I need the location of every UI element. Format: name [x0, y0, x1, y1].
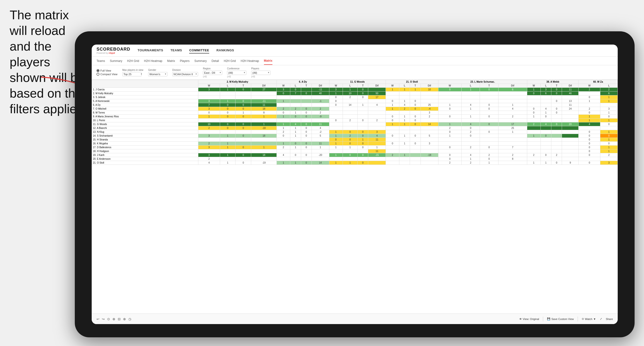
refresh-icon[interactable]: ⊙: [107, 317, 110, 321]
cell: 0: [301, 130, 312, 134]
matrix-content[interactable]: 2. M Kelly Mulcahy 6. A Dy 11. G Woods 2…: [92, 80, 618, 314]
cell: 1: [386, 107, 399, 111]
table-row: 18. H Hodgson 11 01: [92, 149, 618, 153]
cell: [420, 138, 438, 142]
cell: [562, 111, 578, 115]
conference-select[interactable]: (All): [227, 71, 246, 75]
nav-rankings[interactable]: RANKINGS: [216, 47, 234, 53]
subnav-h2h-heatmap2[interactable]: H2H Heatmap: [240, 57, 259, 65]
division-filter: Division NCAA Division II NCAA Division …: [172, 69, 198, 76]
cell: [220, 138, 236, 142]
cell: 1: [220, 153, 236, 157]
cell: [357, 149, 368, 153]
cell: [562, 142, 578, 146]
cell: [578, 103, 600, 107]
cell: [480, 111, 498, 115]
region-select[interactable]: East - DII West - DII (All): [203, 71, 222, 75]
cell: 0: [438, 88, 461, 92]
cell: [551, 142, 562, 146]
nav-committee[interactable]: COMMITTEE: [189, 47, 209, 53]
share-icon-btn[interactable]: ⤤: [600, 317, 602, 321]
cell: [562, 130, 578, 134]
col-w-dy: W: [277, 84, 290, 88]
subnav-h2h-grid2[interactable]: H2H Grid: [224, 57, 236, 65]
cell: [368, 111, 386, 115]
subnav-players[interactable]: Players: [180, 57, 190, 65]
cell: 0: [527, 107, 540, 111]
players-label: Players: [251, 67, 270, 70]
division-select-wrapper: NCAA Division II NCAA Division I NCAA Di…: [172, 72, 198, 76]
subnav-matrix2[interactable]: Matrix: [264, 57, 272, 65]
cell: [399, 138, 410, 142]
compact-view-radio[interactable]: Compact View: [96, 73, 118, 76]
players-select[interactable]: (All): [251, 71, 270, 75]
table-row: 14. S Srichantamit 31018 0105 1204 0105 …: [92, 134, 618, 138]
cell: 0: [357, 146, 368, 149]
col-w-za: W: [578, 84, 600, 88]
share-btn[interactable]: Share: [606, 318, 613, 321]
cell: 0: [290, 153, 301, 157]
cell: [498, 142, 527, 146]
table-row: 12. A Bianchi 200-18 1104 20 25: [92, 126, 618, 130]
view-original-btn[interactable]: 👁 View: Original: [519, 318, 539, 321]
cell: [290, 99, 301, 103]
cell: [551, 95, 562, 99]
division-label: Division: [172, 69, 198, 71]
cell: 2: [198, 142, 220, 146]
cell: 1: [527, 115, 540, 119]
max-players-select[interactable]: Top 25 Top 50 All: [122, 72, 142, 76]
cell: [357, 157, 368, 161]
cell: 3: [420, 111, 438, 115]
cell: [498, 111, 527, 115]
undo-icon[interactable]: ↩: [96, 317, 100, 321]
cell: [236, 130, 251, 134]
cell: [461, 138, 480, 142]
save-custom-view-btn[interactable]: 💾 Save Custom View: [547, 317, 574, 321]
division-select[interactable]: NCAA Division II NCAA Division I NCAA Di…: [172, 72, 198, 76]
subnav-h2h-heatmap1[interactable]: H2H Heatmap: [144, 57, 162, 65]
cell: 11: [251, 103, 277, 107]
gender-select[interactable]: Women's Men's: [148, 72, 168, 76]
subnav-summary1[interactable]: Summary: [110, 57, 122, 65]
cell: 0: [578, 134, 600, 138]
subnav-detail[interactable]: Detail: [212, 57, 219, 65]
cell: 1: [399, 134, 410, 138]
cell: 0: [277, 92, 290, 95]
col-header-webb: 38. A Webb: [527, 80, 578, 84]
matrix-table: 2. M Kelly Mulcahy 6. A Dy 11. G Woods 2…: [92, 80, 618, 165]
cell: [399, 92, 410, 95]
cell: 2: [277, 130, 290, 134]
zoom-out-icon[interactable]: ⊟: [118, 317, 121, 321]
cell: [277, 149, 290, 153]
cell: 17: [498, 122, 527, 126]
cell: 1: [220, 161, 236, 165]
cell: 10: [420, 88, 438, 92]
nav-tournaments[interactable]: TOURNAMENTS: [138, 47, 163, 53]
subnav-matrix1[interactable]: Matrix: [167, 57, 175, 65]
cell: [386, 157, 399, 161]
player-name: 21. O Stoll: [92, 161, 198, 165]
cell: [461, 92, 480, 95]
logo-area: SCOREBOARD Powered by clippd: [96, 47, 130, 54]
subnav-summary2[interactable]: Summary: [194, 57, 206, 65]
cell: [578, 92, 600, 95]
full-view-radio[interactable]: Full View: [96, 69, 118, 72]
cell: [290, 149, 301, 153]
table-row: 21. O Stoll 410-19 11014 110 221 1109 03: [92, 161, 618, 165]
cell: [420, 161, 438, 165]
cell: 6: [540, 92, 551, 95]
nav-teams[interactable]: TEAMS: [170, 47, 182, 53]
cell: 0: [357, 95, 368, 99]
cell: [600, 103, 618, 107]
col-t-mulcahy: T: [236, 84, 251, 88]
redo-icon[interactable]: ↪: [102, 317, 105, 321]
cell: [277, 157, 290, 161]
cell: 0: [410, 115, 420, 119]
watch-btn[interactable]: ⊙ Watch ▼: [582, 317, 596, 321]
settings-icon[interactable]: ⊕: [123, 317, 126, 321]
cell: 0: [301, 161, 312, 165]
subnav-h2h-grid1[interactable]: H2H Grid: [127, 57, 139, 65]
clock-icon[interactable]: ◷: [128, 317, 131, 321]
subnav-teams[interactable]: Teams: [96, 57, 105, 65]
zoom-in-icon[interactable]: ⊕: [112, 317, 115, 321]
